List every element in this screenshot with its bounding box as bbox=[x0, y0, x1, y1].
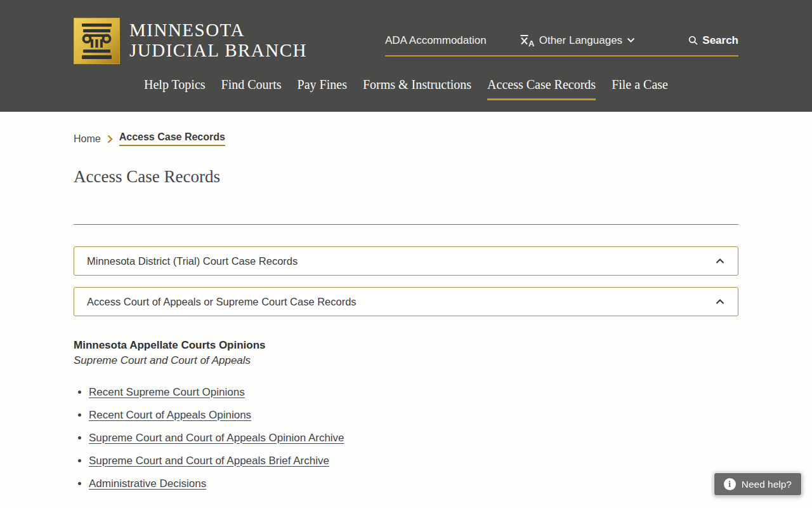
breadcrumb: Home Access Case Records bbox=[74, 131, 738, 146]
link-brief-archive[interactable]: Supreme Court and Court of Appeals Brief… bbox=[89, 455, 329, 467]
list-item: Administrative Decisions bbox=[89, 477, 738, 491]
list-item: Recent Court of Appeals Opinions bbox=[89, 408, 738, 422]
link-recent-supreme-court-opinions[interactable]: Recent Supreme Court Opinions bbox=[89, 386, 245, 398]
utility-nav: ADA Accommodation A Other Languages Sear… bbox=[385, 25, 738, 57]
link-recent-court-of-appeals-opinions[interactable]: Recent Court of Appeals Opinions bbox=[89, 409, 251, 421]
info-icon: i bbox=[724, 478, 736, 490]
nav-item-file-a-case[interactable]: File a Case bbox=[612, 77, 668, 100]
accordion-appeals-supreme-records[interactable]: Access Court of Appeals or Supreme Court… bbox=[74, 287, 738, 316]
accordion-label: Access Court of Appeals or Supreme Court… bbox=[87, 296, 357, 308]
chevron-up-icon bbox=[716, 299, 724, 305]
opinion-links-list: Recent Supreme Court Opinions Recent Cou… bbox=[74, 385, 738, 491]
list-item: Supreme Court and Court of Appeals Brief… bbox=[89, 454, 738, 468]
nav-item-access-case-records[interactable]: Access Case Records bbox=[487, 77, 596, 100]
accordion-label: Minnesota District (Trial) Court Case Re… bbox=[87, 255, 298, 267]
need-help-button[interactable]: i Need help? bbox=[714, 472, 802, 496]
logo[interactable]: MINNESOTA JUDICIAL BRANCH bbox=[74, 18, 307, 64]
nav-item-pay-fines[interactable]: Pay Fines bbox=[298, 77, 347, 100]
breadcrumb-home-link[interactable]: Home bbox=[74, 133, 101, 145]
column-icon bbox=[74, 18, 120, 64]
logo-text: MINNESOTA JUDICIAL BRANCH bbox=[129, 20, 307, 60]
other-languages-menu[interactable]: A Other Languages bbox=[520, 34, 635, 47]
accordion-district-court-records[interactable]: Minnesota District (Trial) Court Case Re… bbox=[74, 246, 738, 276]
nav-item-forms-instructions[interactable]: Forms & Instructions bbox=[363, 77, 471, 100]
ada-accommodation-link[interactable]: ADA Accommodation bbox=[385, 34, 487, 47]
logo-text-line1: MINNESOTA bbox=[129, 20, 307, 40]
link-opinion-archive[interactable]: Supreme Court and Court of Appeals Opini… bbox=[89, 432, 344, 444]
search-icon bbox=[688, 36, 698, 46]
nav-item-help-topics[interactable]: Help Topics bbox=[144, 77, 206, 100]
opinions-subheading: Supreme Court and Court of Appeals bbox=[74, 353, 738, 368]
content-divider bbox=[74, 224, 738, 225]
page-title: Access Case Records bbox=[74, 167, 738, 187]
svg-text:A: A bbox=[528, 39, 535, 47]
site-header: MINNESOTA JUDICIAL BRANCH ADA Accommodat… bbox=[0, 0, 812, 112]
search-label: Search bbox=[702, 34, 738, 47]
list-item: Supreme Court and Court of Appeals Opini… bbox=[89, 431, 738, 445]
main-content: Home Access Case Records Access Case Rec… bbox=[0, 131, 812, 491]
link-administrative-decisions[interactable]: Administrative Decisions bbox=[89, 478, 206, 490]
main-nav: Help Topics Find Courts Pay Fines Forms … bbox=[74, 77, 738, 100]
logo-text-line2: JUDICIAL BRANCH bbox=[129, 40, 307, 60]
translate-icon: A bbox=[520, 34, 535, 47]
search-button[interactable]: Search bbox=[688, 34, 738, 47]
breadcrumb-current[interactable]: Access Case Records bbox=[119, 131, 225, 146]
nav-item-find-courts[interactable]: Find Courts bbox=[221, 77, 282, 100]
chevron-right-icon bbox=[107, 135, 113, 144]
opinions-heading: Minnesota Appellate Courts Opinions bbox=[74, 338, 738, 353]
chevron-up-icon bbox=[716, 258, 724, 264]
list-item: Recent Supreme Court Opinions bbox=[89, 385, 738, 399]
need-help-label: Need help? bbox=[742, 479, 792, 490]
other-languages-label: Other Languages bbox=[539, 34, 622, 47]
chevron-down-icon bbox=[627, 37, 635, 43]
